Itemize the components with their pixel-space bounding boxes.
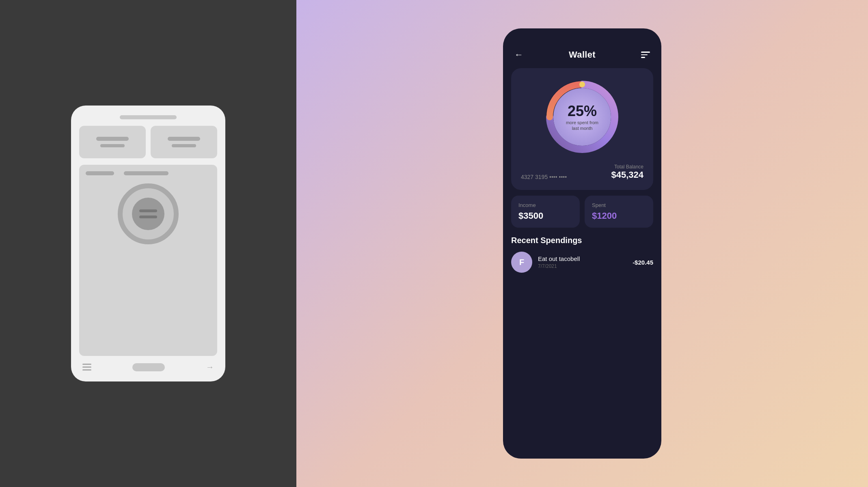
phone-header: ← Wallet [503,28,661,68]
donut-card: 25% more spent fromlast month 4327 3195 … [511,68,653,190]
wf-top-bar [120,115,177,119]
spent-card: Spent $1200 [585,196,653,228]
wf-line [96,137,129,141]
menu-line [641,52,650,53]
wf-line [124,171,168,175]
income-value: $3500 [518,211,572,221]
income-label: Income [518,202,572,208]
spending-info: Eat out tacobell 7/7/2021 [538,255,627,269]
wf-main-card [79,165,217,356]
spending-name: Eat out tacobell [538,255,627,262]
spent-value: $1200 [592,211,646,221]
recent-spendings-section: Recent Spendings F Eat out tacobell 7/7/… [511,236,653,273]
wf-menu-line [82,366,91,368]
wf-menu-line [82,364,91,365]
spending-date: 7/7/2021 [538,263,627,269]
card-balance-block: Total Balance $45,324 [611,164,643,180]
wf-circle-inner [132,198,164,230]
balance-label: Total Balance [611,164,643,170]
svg-point-4 [579,82,585,87]
wf-card-right [151,126,217,158]
back-button[interactable]: ← [514,50,523,60]
wf-main-header [86,171,168,175]
wf-menu-line [82,369,91,371]
recent-spendings-title: Recent Spendings [511,236,653,245]
wf-menu-icon[interactable] [82,364,91,371]
wf-line [172,144,196,147]
card-bottom-row: 4327 3195 •••• •••• Total Balance $45,32… [521,164,643,180]
wf-card-left [79,126,146,158]
right-panel: ← Wallet [296,0,868,487]
donut-subtitle: more spent fromlast month [566,120,598,131]
menu-line [641,54,648,56]
menu-line [641,57,645,58]
donut-percent-value: 25% [566,103,598,120]
wf-cards-row [79,126,217,158]
wf-arrow-icon[interactable]: → [206,362,214,372]
wf-line [100,144,125,147]
income-card: Income $3500 [511,196,580,228]
wf-line [86,171,114,175]
wf-pill [132,363,165,371]
wf-bottom-bar: → [79,362,217,372]
donut-wrapper: 25% more spent fromlast month [521,76,643,157]
spending-avatar: F [511,252,532,273]
spent-label: Spent [592,202,646,208]
wf-ci-line [139,209,157,212]
spending-amount: -$20.45 [633,259,653,266]
wireframe-phone: → [71,106,225,381]
donut-chart: 25% more spent fromlast month [542,76,623,157]
card-number: 4327 3195 •••• •••• [521,174,567,180]
phone-shell: ← Wallet [503,28,661,459]
wf-line [168,137,200,141]
stats-row: Income $3500 Spent $1200 [511,196,653,228]
spending-item[interactable]: F Eat out tacobell 7/7/2021 -$20.45 [511,252,653,273]
wf-circle [118,183,179,244]
page-title: Wallet [569,50,596,60]
wf-ci-line [139,215,157,218]
left-panel: → [0,0,296,487]
menu-button[interactable] [641,52,650,58]
donut-center: 25% more spent fromlast month [566,103,598,131]
balance-amount: $45,324 [611,170,643,180]
